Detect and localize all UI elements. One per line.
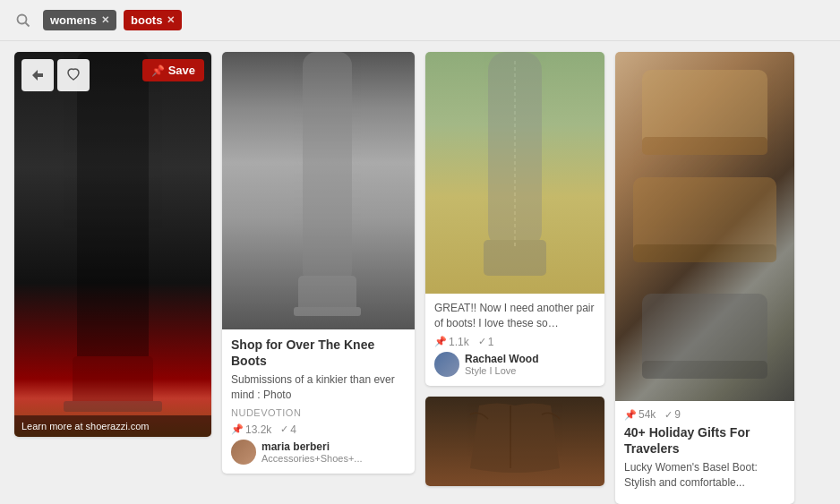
saves-count-2: 1.1k xyxy=(449,336,469,348)
pin-icon: 📌 xyxy=(151,64,165,77)
card-brown-jacket xyxy=(425,397,604,486)
card-tall-grey-body: GREAT!! Now I need another pair of boots… xyxy=(425,294,604,386)
likes-stat-3: ✓ 9 xyxy=(664,408,681,421)
card-over-knee-image[interactable] xyxy=(222,52,415,329)
svg-marker-5 xyxy=(32,70,43,81)
saves-stat-2: 📌 1.1k xyxy=(434,336,469,348)
svg-rect-7 xyxy=(298,276,356,312)
card-overlay-text: Learn more at shoerazzi.com xyxy=(14,415,211,437)
pin-stat-icon-3: 📌 xyxy=(624,409,637,421)
over-knee-source: NUDEVOTION xyxy=(231,407,406,418)
column-2: Shop for Over The Knee Boots Submissions… xyxy=(222,52,415,474)
topbar: womens ✕ boots ✕ xyxy=(0,0,840,41)
tag-womens[interactable]: womens ✕ xyxy=(43,10,116,30)
maria-sub: Accessories+Shoes+... xyxy=(261,453,363,464)
svg-line-1 xyxy=(26,22,30,26)
pin-stat-icon: 📌 xyxy=(231,423,244,435)
over-knee-meta: maria berberi Accessories+Shoes+... xyxy=(231,440,406,465)
svg-rect-2 xyxy=(77,52,149,365)
svg-rect-6 xyxy=(303,52,352,285)
column-4: 📌 54k ✓ 9 40+ Holiday Gifts For Traveler… xyxy=(615,52,794,504)
svg-point-0 xyxy=(18,14,27,23)
saves-count: 13.2k xyxy=(245,423,271,436)
rachael-avatar xyxy=(434,352,459,377)
likes-stat-2: ✓ 1 xyxy=(478,336,494,348)
pin-stat-icon-2: 📌 xyxy=(434,336,447,347)
card-over-knee-body: Shop for Over The Knee Boots Submissions… xyxy=(222,329,415,474)
gifts-desc: Lucky Women's Basel Boot: Stylish and co… xyxy=(624,460,785,491)
over-knee-desc: Submissions of a kinkier than ever mind … xyxy=(231,372,406,403)
card-brown-jacket-image[interactable] xyxy=(425,397,604,486)
column-3: GREAT!! Now I need another pair of boots… xyxy=(425,52,604,486)
card-ankle-boots: 📌 54k ✓ 9 40+ Holiday Gifts For Traveler… xyxy=(615,52,794,504)
card-tall-grey-image[interactable] xyxy=(425,52,604,294)
save-button[interactable]: 📌 Save xyxy=(142,59,204,81)
tag-boots-label: boots xyxy=(131,13,162,27)
save-label: Save xyxy=(168,64,195,77)
column-1: 📌 Save Learn more at shoerazzi.com xyxy=(14,52,211,437)
card-thigh-boots-image[interactable]: 📌 Save Learn more at shoerazzi.com xyxy=(14,52,211,437)
saves-stat: 📌 13.2k xyxy=(231,423,271,436)
svg-rect-4 xyxy=(64,401,162,412)
tag-boots-remove[interactable]: ✕ xyxy=(167,14,175,26)
likes-stat: ✓ 4 xyxy=(280,423,296,436)
card-ankle-boots-image[interactable] xyxy=(615,52,794,401)
rachael-meta-text: Rachael Wood Style I Love xyxy=(465,353,538,376)
saves-count-3: 54k xyxy=(639,408,656,421)
rachael-meta: Rachael Wood Style I Love xyxy=(434,352,596,377)
rachael-name: Rachael Wood xyxy=(465,353,538,365)
likes-count: 4 xyxy=(290,423,296,436)
action-icons xyxy=(21,59,90,91)
card-ankle-boots-body: 📌 54k ✓ 9 40+ Holiday Gifts For Traveler… xyxy=(615,401,794,504)
svg-rect-17 xyxy=(642,361,767,379)
likes-count-3: 9 xyxy=(674,408,681,421)
svg-rect-15 xyxy=(633,244,776,262)
main-content: 📌 Save Learn more at shoerazzi.com xyxy=(0,41,840,504)
tag-womens-label: womens xyxy=(50,13,97,27)
card-over-knee: Shop for Over The Knee Boots Submissions… xyxy=(222,52,415,474)
card-tall-grey: GREAT!! Now I need another pair of boots… xyxy=(425,52,604,386)
heart-button[interactable] xyxy=(57,59,90,91)
check-stat-icon-3: ✓ xyxy=(664,409,673,421)
overlay-text: Learn more at shoerazzi.com xyxy=(21,421,149,431)
svg-rect-8 xyxy=(294,307,361,316)
maria-avatar xyxy=(231,440,256,465)
likes-count-2: 1 xyxy=(488,336,494,348)
great-text: GREAT!! Now I need another pair of boots… xyxy=(434,301,596,331)
search-icon[interactable] xyxy=(11,8,36,33)
share-button[interactable] xyxy=(21,59,54,91)
svg-rect-13 xyxy=(642,137,767,155)
ankle-boots-stats: 📌 54k ✓ 9 xyxy=(624,408,785,421)
check-stat-icon: ✓ xyxy=(280,423,288,435)
save-overlay: 📌 Save xyxy=(142,59,204,81)
tag-womens-remove[interactable]: ✕ xyxy=(101,14,109,26)
over-knee-stats: 📌 13.2k ✓ 4 xyxy=(231,423,406,436)
over-knee-title: Shop for Over The Knee Boots xyxy=(231,337,406,369)
maria-meta-text: maria berberi Accessories+Shoes+... xyxy=(261,440,363,464)
gifts-title: 40+ Holiday Gifts For Travelers xyxy=(624,424,785,457)
tall-grey-stats: 📌 1.1k ✓ 1 xyxy=(434,336,596,348)
tag-boots[interactable]: boots ✕ xyxy=(124,10,182,30)
rachael-sub: Style I Love xyxy=(465,365,538,376)
check-stat-icon-2: ✓ xyxy=(478,336,486,347)
card-thigh-boots: 📌 Save Learn more at shoerazzi.com xyxy=(14,52,211,437)
maria-name: maria berberi xyxy=(261,440,363,453)
saves-stat-3: 📌 54k xyxy=(624,408,656,421)
